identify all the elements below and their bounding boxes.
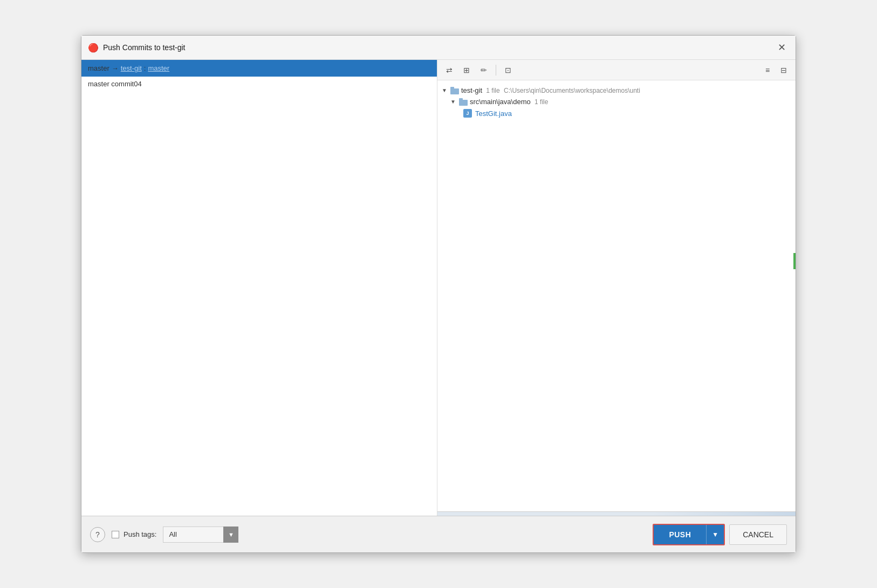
branch-row[interactable]: master → test-git : master [81,60,437,77]
root-folder-name: test-git [461,86,482,94]
cancel-button[interactable]: CANCEL [729,524,787,545]
commit-message: master commit04 [81,77,437,91]
svg-rect-3 [459,98,463,101]
footer-right: PUSH ▼ CANCEL [653,524,787,545]
title-bar-left: 🔴 Push Commits to test-git [88,42,186,53]
subfolder-file-count: 1 file [533,98,549,106]
close-button[interactable]: ✕ [774,40,789,55]
tags-dropdown-wrapper: All None Annotated ▼ [163,527,238,543]
chevron-down-icon: ▼ [450,99,457,105]
file-name: TestGit.java [475,110,512,118]
push-tags-label: Push tags: [112,530,156,538]
help-button[interactable]: ? [90,527,105,542]
toolbar-right: ≡ ⊟ [760,63,791,78]
collapse-all-icon[interactable]: ≡ [760,63,775,78]
push-button[interactable]: PUSH [654,525,706,544]
arrow-left-right-icon[interactable]: ⇄ [442,63,457,78]
toolbar-divider [496,65,496,76]
left-panel: master → test-git : master master commit… [81,60,437,516]
dialog-title: Push Commits to test-git [103,43,186,52]
push-button-wrapper: PUSH ▼ [653,524,725,545]
tags-dropdown[interactable]: All None Annotated [163,527,238,543]
svg-rect-1 [450,87,454,90]
local-branch-label: master [88,64,109,72]
subfolder-name: src\main\java\demo [470,98,531,106]
title-bar: 🔴 Push Commits to test-git ✕ [81,36,796,60]
footer-left: ? Push tags: All None Annotated ▼ [90,527,238,543]
tree-file-item[interactable]: J TestGit.java [437,107,796,119]
expand-icon[interactable]: ⊟ [776,63,791,78]
scroll-hint [437,511,796,516]
push-tags-checkbox[interactable] [112,531,119,538]
push-tags-text: Push tags: [124,530,156,538]
separator-label: : [144,64,146,72]
edit-icon[interactable]: ✏ [476,63,491,78]
branch-info: master → test-git : master [88,64,430,72]
dialog-icon: 🔴 [88,42,99,53]
java-file-icon: J [463,109,472,118]
remote-repo-link[interactable]: test-git [121,64,142,72]
push-dropdown-button[interactable]: ▼ [706,525,724,544]
grid-icon[interactable]: ⊞ [459,63,474,78]
footer: ? Push tags: All None Annotated ▼ PUSH ▼… [81,516,796,552]
root-file-count: 1 file [484,87,500,94]
remote-branch-link[interactable]: master [148,64,169,72]
right-toolbar: ⇄ ⊞ ✏ ⊡ ≡ ⊟ [437,60,796,80]
push-commits-dialog: 🔴 Push Commits to test-git ✕ master → te… [81,35,796,553]
tree-subfolder-item[interactable]: ▼ src\main\java\demo 1 file [437,96,796,107]
monitor-icon[interactable]: ⊡ [501,63,516,78]
chevron-down-icon: ▼ [442,87,448,93]
root-path: C:\Users\qin\Documents\workspace\demos\u… [502,87,640,94]
side-accent-indicator [793,253,796,269]
folder-icon [450,87,459,94]
tree-root-item[interactable]: ▼ test-git 1 file C:\Users\qin\Documents… [437,85,796,96]
content-area: master → test-git : master master commit… [81,60,796,516]
arrow-label: → [112,64,119,72]
folder-icon [459,98,468,106]
file-tree: ▼ test-git 1 file C:\Users\qin\Documents… [437,80,796,511]
right-panel: ⇄ ⊞ ✏ ⊡ ≡ ⊟ ▼ [437,60,796,516]
toolbar-left: ⇄ ⊞ ✏ ⊡ [442,63,516,78]
